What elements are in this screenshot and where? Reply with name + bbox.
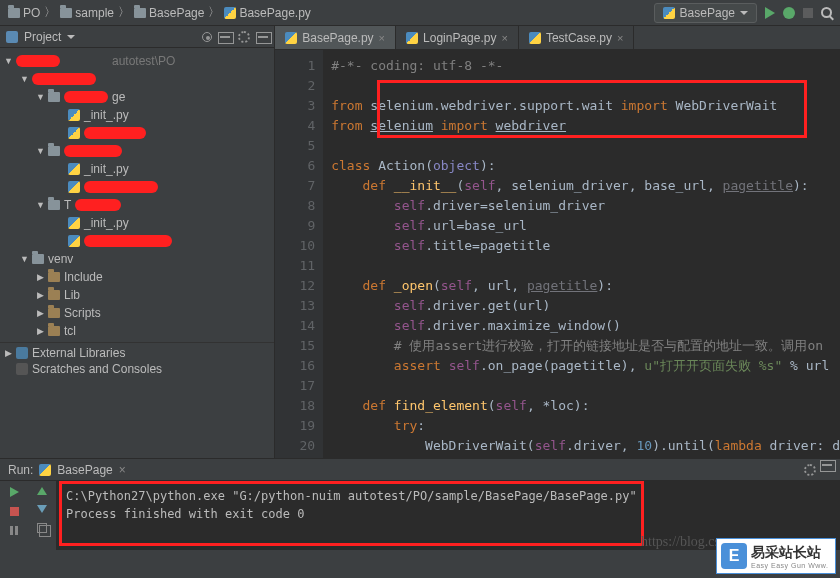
folder-icon xyxy=(48,272,60,282)
code-content[interactable]: #-*- coding: utf-8 -*- from selenium.web… xyxy=(323,50,840,458)
editor-tab[interactable]: LoginPage.py× xyxy=(396,26,519,49)
tree-row[interactable]: ▶Scripts xyxy=(0,304,274,322)
stop-icon[interactable] xyxy=(803,8,813,18)
project-tree[interactable]: ▼autotest\PO ▼ ▼ge _init_.py ▼ _init_.py… xyxy=(0,48,274,458)
breadcrumb-item[interactable]: PO xyxy=(8,6,40,20)
editor-tab[interactable]: BasePage.py× xyxy=(275,26,396,49)
breadcrumb-separator: 〉 xyxy=(208,4,220,21)
code-line[interactable]: self.driver.maximize_window() xyxy=(331,316,840,336)
code-line[interactable]: self.driver=selenium_driver xyxy=(331,196,840,216)
line-number: 8 xyxy=(275,196,315,216)
line-number: 19 xyxy=(275,416,315,436)
code-line[interactable]: WebDriverWait(self.driver, 10).until(lam… xyxy=(331,436,840,456)
line-number: 20 xyxy=(275,436,315,456)
settings-icon[interactable] xyxy=(238,31,250,43)
breadcrumb-item[interactable]: BasePage xyxy=(134,6,204,20)
line-number: 18 xyxy=(275,396,315,416)
code-line[interactable]: try: xyxy=(331,416,840,436)
run-icon[interactable] xyxy=(765,7,775,19)
run-configuration-selector[interactable]: BasePage xyxy=(654,3,757,23)
code-line[interactable]: def __init__(self, selenium_driver, base… xyxy=(331,176,840,196)
code-line[interactable]: class Action(object): xyxy=(331,156,840,176)
step-icon[interactable] xyxy=(37,523,47,533)
tree-row[interactable]: _init_.py xyxy=(0,214,274,232)
line-number: 5 xyxy=(275,136,315,156)
chevron-down-icon[interactable] xyxy=(67,35,75,39)
pause-icon[interactable] xyxy=(10,526,18,535)
code-line[interactable]: def find_element(self, *loc): xyxy=(331,396,840,416)
tree-row[interactable] xyxy=(0,124,274,142)
tree-row[interactable]: ▶Include xyxy=(0,268,274,286)
tree-row[interactable]: ▶External Libraries xyxy=(0,342,274,360)
code-line[interactable]: self.title=pagetitle xyxy=(331,236,840,256)
folder-icon xyxy=(60,8,72,18)
code-editor[interactable]: 1234567891011121314151617181920 #-*- cod… xyxy=(275,50,840,458)
editor-tabs: BasePage.py×LoginPage.py×TestCase.py× xyxy=(275,26,840,50)
code-line[interactable]: def _open(self, url, pagetitle): xyxy=(331,276,840,296)
line-number: 13 xyxy=(275,296,315,316)
run-config-label: BasePage xyxy=(680,6,735,20)
navigation-bar: PO〉sample〉BasePage〉BasePage.py BasePage xyxy=(0,0,840,26)
breadcrumb-separator: 〉 xyxy=(44,4,56,21)
code-line[interactable]: assert self.on_page(pagetitle), u"打开开页面失… xyxy=(331,356,840,376)
run-panel-toolbar xyxy=(0,481,56,550)
python-file-icon xyxy=(406,32,418,44)
tree-row[interactable]: ▶tcl xyxy=(0,322,274,340)
editor-tab[interactable]: TestCase.py× xyxy=(519,26,634,49)
close-icon[interactable]: × xyxy=(617,32,623,44)
up-icon[interactable] xyxy=(37,487,47,495)
folder-icon xyxy=(48,326,60,336)
python-file-icon xyxy=(224,7,236,19)
tree-row[interactable]: Scratches and Consoles xyxy=(0,360,274,378)
code-line[interactable]: #-*- coding: utf-8 -*- xyxy=(331,56,840,76)
run-panel-tab[interactable]: BasePage xyxy=(57,463,112,477)
line-number: 7 xyxy=(275,176,315,196)
code-line[interactable]: self.driver.get(url) xyxy=(331,296,840,316)
project-panel-header: Project xyxy=(0,26,274,48)
line-number: 15 xyxy=(275,336,315,356)
tree-row[interactable]: ▼T xyxy=(0,196,274,214)
tree-row[interactable]: ▼ xyxy=(0,70,274,88)
tree-row[interactable]: ▶Lib xyxy=(0,286,274,304)
folder-icon xyxy=(8,8,20,18)
code-line[interactable] xyxy=(331,136,840,156)
code-line[interactable]: # 使用assert进行校验，打开的链接地址是否与配置的地址一致。调用on xyxy=(331,336,840,356)
close-icon[interactable]: × xyxy=(379,32,385,44)
code-line[interactable] xyxy=(331,256,840,276)
down-icon[interactable] xyxy=(37,505,47,513)
breadcrumb-item[interactable]: sample xyxy=(60,6,114,20)
code-line[interactable]: from selenium.webdriver.support.wait imp… xyxy=(331,96,840,116)
folder-icon xyxy=(48,92,60,102)
tree-row[interactable]: ▼ xyxy=(0,142,274,160)
close-icon[interactable]: × xyxy=(501,32,507,44)
line-number: 2 xyxy=(275,76,315,96)
rerun-icon[interactable] xyxy=(10,487,19,497)
python-file-icon xyxy=(285,32,297,44)
code-line[interactable] xyxy=(331,376,840,396)
hide-icon[interactable] xyxy=(258,36,268,38)
code-line[interactable]: self.url=base_url xyxy=(331,216,840,236)
libraries-icon xyxy=(16,347,28,359)
gutter: 1234567891011121314151617181920 xyxy=(275,50,323,458)
settings-icon[interactable] xyxy=(804,464,816,476)
hide-icon[interactable] xyxy=(822,464,832,466)
chevron-down-icon xyxy=(740,11,748,15)
stop-icon[interactable] xyxy=(10,507,19,516)
debug-icon[interactable] xyxy=(783,7,795,19)
line-number: 16 xyxy=(275,356,315,376)
tree-row[interactable]: ▼autotest\PO xyxy=(0,52,274,70)
tree-row[interactable]: ▼venv xyxy=(0,250,274,268)
code-line[interactable] xyxy=(331,76,840,96)
tree-row[interactable] xyxy=(0,178,274,196)
tree-row[interactable]: ▼ge xyxy=(0,88,274,106)
tree-row[interactable]: _init_.py xyxy=(0,106,274,124)
tree-row[interactable]: _init_.py xyxy=(0,160,274,178)
code-line[interactable]: from selenium import webdriver xyxy=(331,116,840,136)
breadcrumb-item[interactable]: BasePage.py xyxy=(224,6,310,20)
locate-icon[interactable] xyxy=(202,32,212,42)
tree-row[interactable] xyxy=(0,232,274,250)
collapse-all-icon[interactable] xyxy=(220,36,230,38)
search-icon[interactable] xyxy=(821,7,832,18)
breadcrumb-separator: 〉 xyxy=(118,4,130,21)
close-tab-icon[interactable]: × xyxy=(119,463,126,477)
